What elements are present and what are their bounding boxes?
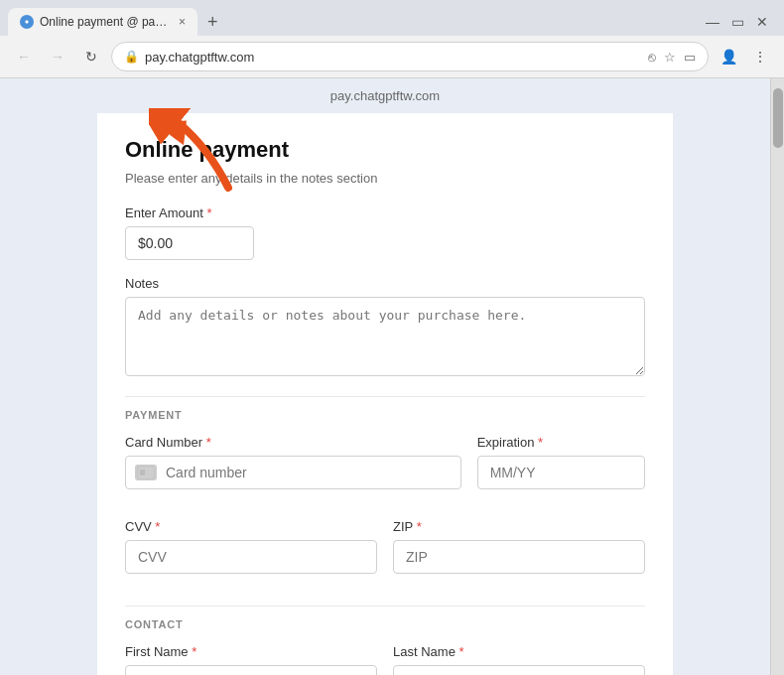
address-bar[interactable]: 🔒 pay.chatgptftw.com ⎋ ☆ ▭ — [111, 42, 709, 71]
card-number-wrapper — [125, 456, 461, 489]
cvv-zip-row: CVV * ZIP * — [125, 519, 645, 590]
amount-required: * — [206, 205, 211, 220]
card-required: * — [206, 435, 211, 450]
profile-button[interactable]: 👤 — [715, 43, 742, 70]
scrollbar-thumb[interactable] — [773, 88, 783, 148]
form-subtitle: Please enter any details in the notes se… — [125, 171, 645, 186]
split-view-icon[interactable]: ▭ — [684, 50, 696, 65]
restore-icon[interactable]: ▭ — [731, 14, 744, 30]
expiry-required: * — [538, 435, 543, 450]
amount-label: Enter Amount * — [125, 205, 645, 220]
zip-input[interactable] — [393, 540, 645, 574]
menu-button[interactable]: ⋮ — [746, 43, 774, 70]
zip-required: * — [417, 519, 422, 534]
last-name-input[interactable] — [393, 665, 645, 675]
contact-divider — [125, 606, 645, 607]
first-name-label: First Name * — [125, 644, 377, 659]
payment-divider — [125, 396, 645, 397]
last-name-field-group: Last Name * — [393, 644, 645, 675]
form-title: Online payment — [125, 137, 645, 163]
amount-input[interactable] — [125, 226, 254, 260]
tab-right-controls: — ▭ ✕ — [706, 14, 776, 30]
expiration-input[interactable] — [477, 456, 645, 489]
refresh-button[interactable]: ↻ — [77, 43, 105, 70]
expiration-field-group: Expiration * — [477, 435, 645, 489]
card-number-label: Card Number * — [125, 435, 461, 450]
active-tab[interactable]: Online payment @ pay.chatgptftw. × — [8, 8, 197, 36]
last-name-label: Last Name * — [393, 644, 645, 659]
lock-icon: 🔒 — [124, 50, 139, 64]
tab-favicon — [20, 15, 34, 29]
page-content: FIAK77 pay.chatgptftw.com Online payment… — [0, 78, 770, 675]
minimize-icon[interactable]: — — [706, 14, 719, 30]
card-number-input[interactable] — [125, 456, 461, 489]
card-expiry-row: Card Number * — [125, 435, 645, 505]
bookmark-icon[interactable]: ☆ — [664, 50, 676, 65]
back-button[interactable]: ← — [10, 43, 38, 70]
close-window-icon[interactable]: ✕ — [756, 14, 768, 30]
forward-button[interactable]: → — [44, 43, 71, 70]
nav-right-icons: 👤 ⋮ — [715, 43, 774, 70]
form-container: Online payment Please enter any details … — [97, 113, 673, 675]
url-text: pay.chatgptftw.com — [145, 50, 642, 65]
new-tab-button[interactable]: + — [201, 12, 224, 33]
contact-section-label: CONTACT — [125, 618, 645, 630]
cvv-input[interactable] — [125, 540, 377, 574]
cvv-label: CVV * — [125, 519, 377, 534]
cvv-required: * — [155, 519, 160, 534]
card-chip-icon — [135, 465, 157, 480]
tab-bar: Online payment @ pay.chatgptftw. × + — ▭… — [0, 0, 784, 36]
card-number-field-group: Card Number * — [125, 435, 461, 489]
zip-label: ZIP * — [393, 519, 645, 534]
zip-field-group: ZIP * — [393, 519, 645, 574]
first-name-field-group: First Name * — [125, 644, 377, 675]
domain-header: pay.chatgptftw.com — [0, 78, 770, 113]
first-name-required: * — [192, 644, 196, 659]
browser-chrome: Online payment @ pay.chatgptftw. × + — ▭… — [0, 0, 784, 78]
scrollbar[interactable] — [770, 78, 784, 675]
navigation-bar: ← → ↻ 🔒 pay.chatgptftw.com ⎋ ☆ ▭ 👤 ⋮ — [0, 36, 784, 77]
tab-close-btn[interactable]: × — [179, 15, 186, 29]
notes-label: Notes — [125, 276, 645, 291]
amount-field-group: Enter Amount * — [125, 205, 645, 260]
name-row: First Name * Last Name * — [125, 644, 645, 675]
tab-title: Online payment @ pay.chatgptftw. — [40, 15, 169, 29]
svg-rect-4 — [140, 470, 145, 475]
expiration-label: Expiration * — [477, 435, 645, 450]
last-name-required: * — [459, 644, 464, 659]
page-wrapper: FIAK77 pay.chatgptftw.com Online payment… — [0, 78, 784, 675]
payment-section-label: PAYMENT — [125, 409, 645, 421]
share-icon[interactable]: ⎋ — [648, 50, 656, 65]
notes-field-group: Notes — [125, 276, 645, 380]
domain-text: pay.chatgptftw.com — [330, 88, 440, 103]
address-bar-actions: ⎋ ☆ ▭ — [648, 50, 696, 65]
cvv-field-group: CVV * — [125, 519, 377, 574]
first-name-input[interactable] — [125, 665, 377, 675]
notes-textarea[interactable] — [125, 297, 645, 376]
